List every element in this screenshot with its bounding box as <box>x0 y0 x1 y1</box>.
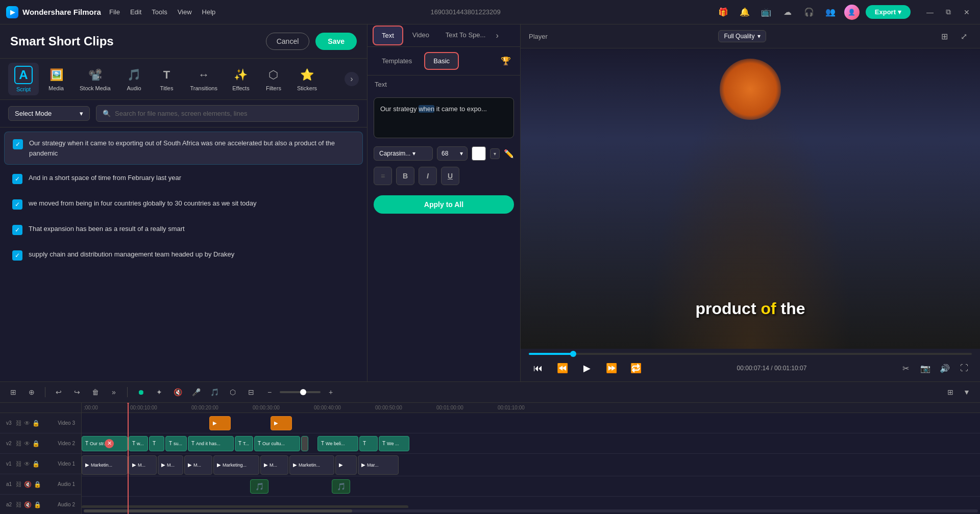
export-button[interactable]: Export ▾ <box>866 5 911 19</box>
mute-icon-a2[interactable]: 🔇 <box>24 501 32 508</box>
headset-icon[interactable]: 🎧 <box>801 5 817 20</box>
clip-v3-1[interactable]: ▶ <box>209 416 231 430</box>
tool-stock-media[interactable]: 📽️ Stock Media <box>74 64 117 94</box>
snap-button[interactable]: ✦ <box>152 385 166 399</box>
clip-v2-3[interactable]: T <box>149 436 164 451</box>
expand-icon[interactable]: ⤢ <box>957 29 972 44</box>
magnet-button[interactable]: ⊕ <box>24 385 39 399</box>
lock-icon-v2[interactable]: 🔒 <box>32 440 40 447</box>
grid-view-icon[interactable]: ⊞ <box>937 29 952 44</box>
clip-v1-5[interactable]: ▶ Marketing... <box>213 455 259 475</box>
menu-help[interactable]: Help <box>202 8 216 16</box>
zoom-thumb[interactable] <box>300 389 306 395</box>
tool-audio[interactable]: 🎵 Audio <box>119 64 150 94</box>
script-item-3[interactable]: ✓ we moved from being in four countries … <box>4 192 363 216</box>
quality-select[interactable]: Full Quality ▾ <box>718 30 766 42</box>
scrollbar-thumb[interactable] <box>84 509 352 512</box>
clip-v1-9[interactable]: ▶ Mar... <box>358 455 399 475</box>
settings-icon[interactable]: ▼ <box>960 385 974 399</box>
checkbox-1[interactable]: ✓ <box>13 139 23 149</box>
tab-right-arrow[interactable]: › <box>494 31 500 40</box>
clip-v1-6[interactable]: ▶ M... <box>260 455 288 475</box>
mute-icon-a1[interactable]: 🔇 <box>24 481 32 488</box>
undo-button[interactable]: ↩ <box>52 385 66 399</box>
mic-button[interactable]: 🎤 <box>189 385 203 399</box>
grid-icon[interactable]: ⊞ <box>943 385 958 399</box>
mute-button[interactable]: 🔇 <box>170 385 185 399</box>
audio-clip-a1-1[interactable]: 🎵 <box>250 479 268 494</box>
clip-v1-2[interactable]: ▶ M... <box>129 455 157 475</box>
maximize-button[interactable]: ⧉ <box>941 5 955 19</box>
toolbar-expand-arrow[interactable]: › <box>345 72 359 86</box>
delete-button[interactable]: 🗑 <box>88 385 103 399</box>
link-icon-a2[interactable]: ⛓ <box>16 501 22 508</box>
script-item-2[interactable]: ✓ And in a short space of time from Febr… <box>4 167 363 190</box>
script-item-1[interactable]: ✓ Our strategy when it came to exporting… <box>4 132 363 165</box>
search-icon[interactable]: 🔔 <box>737 5 752 20</box>
snapshot-icon[interactable]: 📷 <box>918 361 933 376</box>
link-icon[interactable]: ⛓ <box>16 420 22 427</box>
tool-effects[interactable]: ✨ Effects <box>226 64 256 94</box>
eye-icon-v1[interactable]: 👁 <box>24 460 30 468</box>
fullscreen-icon[interactable]: ⛶ <box>957 361 972 376</box>
music-button[interactable]: 🎵 <box>207 385 222 399</box>
color-arrow[interactable]: ▾ <box>490 148 500 159</box>
clip-v2-2[interactable]: T w... <box>129 436 148 451</box>
clip-v2-5[interactable]: T And it has... <box>188 436 234 451</box>
clip-v1-4[interactable]: ▶ M... <box>184 455 212 475</box>
lock-icon-a2[interactable]: 🔒 <box>34 501 41 508</box>
user-avatar[interactable]: 👤 <box>844 5 860 20</box>
bold-button[interactable]: B <box>396 167 414 185</box>
clip-v2-9[interactable]: T <box>359 436 378 451</box>
checkbox-3[interactable]: ✓ <box>12 199 22 210</box>
audio-clip-a1-2[interactable]: 🎵 <box>332 479 350 494</box>
menu-file[interactable]: File <box>109 8 120 16</box>
loop-button[interactable]: 🔁 <box>627 359 645 377</box>
transform-button[interactable]: ⬡ <box>226 385 240 399</box>
checkbox-5[interactable]: ✓ <box>12 250 22 261</box>
checkbox-2[interactable]: ✓ <box>12 174 22 184</box>
tool-filters[interactable]: ⬡ Filters <box>258 64 289 94</box>
align-left-button[interactable]: ≡ <box>374 167 392 185</box>
clip-v2-1[interactable]: T Our str... ✕ <box>82 436 128 451</box>
text-editor[interactable]: Our strategy when it came to expo... <box>374 97 514 138</box>
add-track-button[interactable]: ⊞ <box>6 385 20 399</box>
apply-to-all-button[interactable]: Apply to All <box>374 195 514 214</box>
clip-v2-10[interactable]: T We ... <box>379 436 409 451</box>
link-icon-v2[interactable]: ⛓ <box>16 440 22 447</box>
sub-tab-templates[interactable]: Templates <box>374 53 420 69</box>
screen-record-icon[interactable]: 📺 <box>758 5 774 20</box>
close-button[interactable]: ✕ <box>960 5 974 19</box>
lock-icon[interactable]: 🔒 <box>32 420 40 427</box>
cancel-button[interactable]: Cancel <box>266 33 310 50</box>
menu-edit[interactable]: Edit <box>130 8 141 16</box>
clip-v1-8[interactable]: ▶ <box>335 455 357 475</box>
italic-button[interactable]: I <box>419 167 437 185</box>
step-forward-button[interactable]: ⏩ <box>602 359 621 377</box>
script-item-5[interactable]: ✓ supply chain and distribution manageme… <box>4 243 363 267</box>
eye-icon-v2[interactable]: 👁 <box>24 440 30 447</box>
tab-text-to-speech[interactable]: Text To Spe... <box>437 25 494 46</box>
menu-tools[interactable]: Tools <box>152 8 167 16</box>
redo-button[interactable]: ↪ <box>70 385 84 399</box>
skip-back-button[interactable]: ⏮ <box>529 359 547 377</box>
eyedropper-icon[interactable]: ✏️ <box>504 149 514 159</box>
font-size-input[interactable]: 68 ▾ <box>437 146 468 161</box>
play-button[interactable]: ▶ <box>578 359 596 377</box>
tab-text[interactable]: Text <box>373 25 403 45</box>
gift-icon[interactable]: 🎁 <box>716 5 731 20</box>
clip-v2-7[interactable]: T Our cultu... <box>254 436 300 451</box>
minimize-button[interactable]: — <box>923 5 937 19</box>
lock-icon-v1[interactable]: 🔒 <box>32 460 40 468</box>
zoom-in-button[interactable]: + <box>324 385 338 399</box>
link-icon-a1[interactable]: ⛓ <box>16 481 22 488</box>
clip-v1-3[interactable]: ▶ M... <box>158 455 183 475</box>
tool-media[interactable]: 🖼️ Media <box>41 64 71 94</box>
clip-v2-8[interactable]: T We beli... <box>317 436 358 451</box>
favorite-icon[interactable]: 🏆 <box>498 53 514 69</box>
tool-script[interactable]: A Script <box>8 63 39 95</box>
clip-v3-2[interactable]: ▶ <box>271 416 292 430</box>
group-button[interactable]: ⊟ <box>244 385 258 399</box>
clip-v1-1[interactable]: ▶ Marketin... <box>82 455 128 475</box>
clip-v1-7[interactable]: ▶ Marketin... <box>289 455 334 475</box>
